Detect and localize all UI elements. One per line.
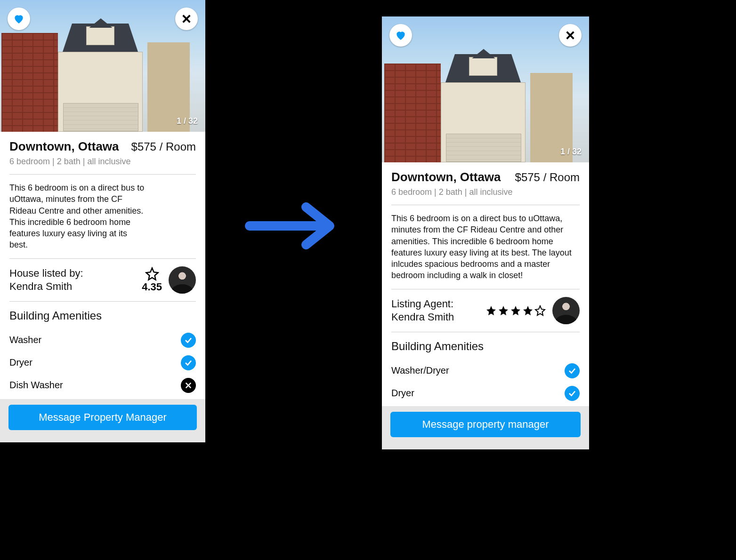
close-button[interactable] <box>559 24 582 47</box>
star-filled-icon <box>522 305 534 316</box>
amenity-label: Dish Washer <box>9 380 63 391</box>
agent-rating: 4.35 <box>142 267 162 293</box>
listing-description: This 6 bedroom is on a direct bus to uOt… <box>391 213 580 281</box>
listing-subtitle: 6 bedroom | 2 bath | all inclusive <box>391 187 580 197</box>
check-icon <box>565 386 580 401</box>
listing-title: Downtown, Ottawa <box>9 139 119 154</box>
divider <box>391 332 580 332</box>
agent-rating-stars <box>485 305 546 316</box>
divider <box>9 174 196 175</box>
listing-title: Downtown, Ottawa <box>391 170 501 184</box>
star-filled-icon <box>485 305 497 316</box>
star-filled-icon <box>498 305 509 316</box>
close-icon <box>565 30 575 40</box>
listing-description: This 6 bedroom is on a direct bus to uOt… <box>9 182 146 251</box>
listing-price: $575 / Room <box>515 171 580 184</box>
divider <box>9 301 196 302</box>
check-icon <box>181 333 196 348</box>
agent-name: Kendra Smith <box>391 311 454 324</box>
photo-counter: 1 / 32 <box>560 147 582 157</box>
agent-label: House listed by: <box>9 267 83 280</box>
agent-label: Listing Agent: <box>391 297 454 311</box>
agent-section: House listed by: Kendra Smith 4.35 <box>9 266 196 294</box>
amenity-row: Washer/Dryer <box>391 360 580 382</box>
amenity-row: Dryer <box>391 382 580 405</box>
favorite-button[interactable] <box>8 8 30 30</box>
listing-price: $575 / Room <box>131 140 196 153</box>
amenity-row: Dryer <box>9 352 196 374</box>
amenities-heading: Building Amenities <box>391 340 580 353</box>
hero-image[interactable]: 1 / 32 <box>0 0 205 132</box>
divider <box>391 205 580 205</box>
amenity-label: Washer/Dryer <box>391 365 449 376</box>
star-icon <box>145 267 159 281</box>
listing-screen-after: 1 / 32 Downtown, Ottawa $575 / Room 6 be… <box>382 16 589 449</box>
heart-icon <box>13 13 25 25</box>
footer-bar: Message property manager <box>382 406 589 449</box>
agent-avatar[interactable] <box>169 266 196 294</box>
amenity-label: Dryer <box>391 388 414 399</box>
close-button[interactable] <box>175 8 198 30</box>
check-icon <box>565 363 580 378</box>
transition-arrow <box>245 198 344 254</box>
listing-subtitle: 6 bedroom | 2 bath | all inclusive <box>9 157 196 167</box>
agent-section: Listing Agent: Kendra Smith <box>391 297 580 324</box>
x-icon <box>181 378 196 393</box>
agent-avatar[interactable] <box>552 297 580 324</box>
photo-counter: 1 / 32 <box>177 116 198 126</box>
amenity-row: Washer <box>9 329 196 352</box>
footer-bar: Message Property Manager <box>0 399 205 442</box>
message-manager-button[interactable]: Message Property Manager <box>8 405 197 430</box>
message-manager-button[interactable]: Message property manager <box>390 412 581 437</box>
heart-icon <box>395 29 407 41</box>
hero-image[interactable]: 1 / 32 <box>382 16 589 162</box>
amenities-heading: Building Amenities <box>9 309 196 322</box>
star-filled-icon <box>510 305 521 316</box>
agent-name: Kendra Smith <box>9 280 83 293</box>
close-icon <box>181 14 192 24</box>
divider <box>391 289 580 289</box>
amenity-row: Dish Washer <box>9 374 196 397</box>
rating-value: 4.35 <box>142 281 162 293</box>
amenity-label: Dryer <box>9 357 32 368</box>
listing-screen-before: 1 / 32 Downtown, Ottawa $575 / Room 6 be… <box>0 0 205 442</box>
favorite-button[interactable] <box>389 24 412 47</box>
divider <box>9 258 196 259</box>
check-icon <box>181 355 196 370</box>
amenity-label: Washer <box>9 335 41 345</box>
star-outline-icon <box>534 305 546 316</box>
